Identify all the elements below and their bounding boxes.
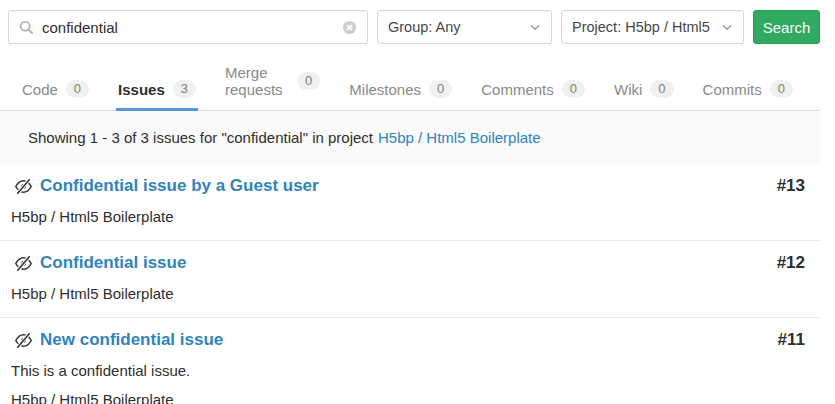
- tab-label: Issues: [118, 81, 165, 98]
- eye-slash-icon: [14, 178, 33, 195]
- search-result-issue: Confidential issue by a Guest user #13 H…: [0, 164, 820, 241]
- tab-milestones[interactable]: Milestones 0: [347, 71, 454, 111]
- search-button[interactable]: Search: [753, 10, 820, 44]
- tab-count-badge: 0: [429, 80, 452, 98]
- issue-title-link[interactable]: Confidential issue: [40, 253, 777, 273]
- tab-merge-requests[interactable]: Merge requests 0: [223, 55, 322, 111]
- project-filter-dropdown[interactable]: Project: H5bp / Html5 ...: [561, 10, 744, 44]
- tab-commits[interactable]: Commits 0: [701, 71, 795, 111]
- tab-count-badge: 0: [770, 80, 793, 98]
- issue-description: This is a confidential issue.: [11, 362, 805, 379]
- tab-count-badge: 0: [66, 80, 89, 98]
- project-link[interactable]: H5bp / Html5 Boilerplate: [378, 129, 541, 146]
- tab-count-badge: 0: [297, 72, 320, 90]
- tab-label: Commits: [703, 81, 762, 98]
- search-results-page: Group: Any Project: H5bp / Html5 ... Sea…: [0, 0, 820, 404]
- tab-wiki[interactable]: Wiki 0: [612, 71, 676, 111]
- tab-count-badge: 3: [173, 80, 196, 98]
- filter-bar: Group: Any Project: H5bp / Html5 ... Sea…: [0, 0, 820, 44]
- results-summary: Showing 1 - 3 of 3 issues for "confident…: [0, 111, 820, 164]
- tab-label: Merge requests: [225, 64, 289, 98]
- issue-title-link[interactable]: New confidential issue: [40, 330, 778, 350]
- issue-project-name: H5bp / Html5 Boilerplate: [11, 391, 805, 404]
- search-icon: [19, 20, 34, 35]
- issue-id: #13: [777, 176, 805, 196]
- tab-label: Code: [22, 81, 58, 98]
- tab-count-badge: 0: [562, 80, 585, 98]
- search-box[interactable]: [8, 10, 368, 44]
- issue-id: #12: [777, 253, 805, 273]
- issue-id: #11: [778, 330, 805, 350]
- results-summary-text: Showing 1 - 3 of 3 issues for "confident…: [28, 129, 373, 146]
- eye-slash-icon: [14, 255, 33, 272]
- issue-project-name: H5bp / Html5 Boilerplate: [11, 208, 805, 225]
- issue-title-link[interactable]: Confidential issue by a Guest user: [40, 176, 777, 196]
- issue-project-name: H5bp / Html5 Boilerplate: [11, 285, 805, 302]
- chevron-down-icon: [529, 21, 541, 33]
- search-result-issue: New confidential issue #11 This is a con…: [0, 318, 820, 404]
- search-input[interactable]: [42, 19, 342, 36]
- tab-label: Wiki: [614, 81, 642, 98]
- results-list: Confidential issue by a Guest user #13 H…: [0, 164, 820, 404]
- clear-search-icon[interactable]: [342, 20, 357, 35]
- tab-code[interactable]: Code 0: [20, 71, 91, 111]
- project-filter-value: Project: H5bp / Html5 ...: [572, 19, 715, 35]
- tab-label: Comments: [481, 81, 554, 98]
- group-filter-dropdown[interactable]: Group: Any: [377, 10, 552, 44]
- group-filter-value: Group: Any: [388, 19, 461, 35]
- tab-count-badge: 0: [650, 80, 673, 98]
- tab-issues[interactable]: Issues 3: [116, 71, 198, 111]
- eye-slash-icon: [14, 332, 33, 349]
- tab-label: Milestones: [349, 81, 421, 98]
- search-result-issue: Confidential issue #12 H5bp / Html5 Boil…: [0, 241, 820, 318]
- search-category-tabs: Code 0 Issues 3 Merge requests 0 Milesto…: [0, 55, 820, 111]
- tab-comments[interactable]: Comments 0: [479, 71, 587, 111]
- chevron-down-icon: [721, 21, 733, 33]
